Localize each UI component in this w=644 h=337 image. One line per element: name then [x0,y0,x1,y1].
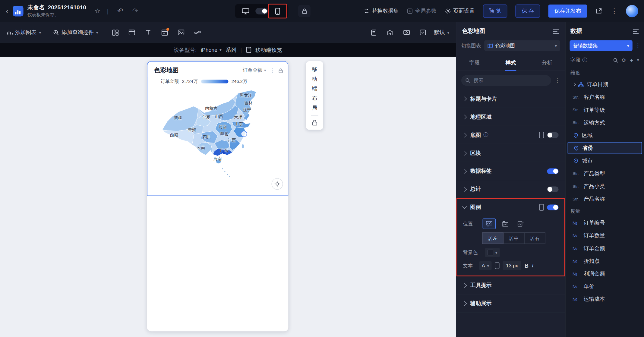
map-locate-button[interactable] [271,178,283,190]
text-tool-icon[interactable] [143,27,153,38]
align-left-button[interactable]: 居左 [482,232,504,244]
undo-icon[interactable]: ↶ [117,8,123,14]
field-search-icon[interactable] [613,58,618,62]
dimension-product-subtype[interactable]: Str. 产品小类 [568,180,642,192]
expand-icon[interactable] [572,82,576,86]
favorite-icon[interactable]: ☆ [94,8,100,14]
measure-order-amount[interactable]: № 订单金额 [568,242,642,254]
page-settings-button[interactable]: 页面设置 [445,8,475,15]
field-add-icon[interactable]: + [630,57,633,64]
shanghai-cluster-marker[interactable] [241,131,247,137]
add-query-control-button[interactable]: 添加查询控件 ▾ [53,29,98,36]
float-lock-icon[interactable] [312,119,317,125]
section-geo-area[interactable]: 地理区域 [456,108,565,126]
desktop-mode-button[interactable] [237,4,255,18]
tab-fields[interactable]: 字段 [456,55,492,71]
field-refresh-icon[interactable]: ⟳ [622,57,626,63]
mode-switch[interactable] [255,8,268,14]
dimension-product-name[interactable]: Str. 产品名称 [568,193,642,205]
data-label-toggle[interactable] [547,168,558,174]
align-right-button[interactable]: 居右 [524,232,545,244]
section-total[interactable]: 总计 [456,180,565,198]
dimension-region[interactable]: 区域 [568,129,642,141]
legend-pos-bottom-button[interactable] [483,219,496,229]
dimension-order-date[interactable]: 订单日期 [568,78,642,90]
measure-ship-cost[interactable]: № 运输成本 [568,293,642,305]
device-series[interactable]: 系列 [226,46,236,54]
field-sort-icon[interactable]: ▾ [637,58,639,62]
chart-type-dropdown[interactable]: 色彩地图 ▾ [484,40,560,51]
dataset-more-icon[interactable]: ⋮ [635,42,641,49]
card-more-icon[interactable]: ⋮ [270,67,275,74]
more-menu-icon[interactable]: ⋮ [611,7,618,15]
save-button[interactable]: 保 存 [516,5,540,18]
legend-toggle[interactable] [547,204,558,210]
preview-visibility-icon[interactable] [401,27,412,38]
card-metric-dropdown[interactable]: 订单金额 ▾ [243,67,266,74]
bg-color-dropdown[interactable]: ▾ [485,248,500,257]
mobile-layout-float-panel[interactable]: 移 动 端 布 局 [306,61,323,130]
dimension-product-type[interactable]: Str. 产品类型 [568,168,642,180]
mobile-preview-link[interactable]: 移动端预览 [255,46,282,54]
add-chart-button[interactable]: 添加图表 ▾ [7,29,41,36]
total-toggle[interactable] [547,186,558,192]
user-avatar[interactable] [626,5,638,17]
data-panel: 数据 营销数据集 ▾ ⋮ 字段 ⓘ ⟳ + ▾ 维度 [565,22,644,337]
font-size-input[interactable]: 13 px [503,261,521,270]
measure-profit[interactable]: № 利润金额 [568,268,642,280]
divider: | [107,8,109,14]
dimension-order-level[interactable]: Str. 订单等级 [568,104,642,116]
layout-lock-button[interactable] [298,5,311,17]
image-tool-icon[interactable] [176,27,186,38]
collapse-panel-icon[interactable] [553,29,560,34]
search-more-icon[interactable]: ⋮ [554,77,560,84]
theme-tool-icon[interactable] [385,27,395,38]
note-tool-icon[interactable] [368,27,379,38]
container-tool-icon[interactable] [159,27,170,38]
measure-order-id[interactable]: № 订单编号 [568,217,642,229]
mobile-mode-button[interactable] [269,4,287,18]
style-search-box[interactable] [461,75,551,86]
legend-pos-top-button[interactable] [499,219,511,229]
section-legend[interactable]: 图例 [456,198,565,216]
back-icon[interactable]: ‹ [6,7,8,15]
section-title-card[interactable]: 标题与卡片 [456,90,565,108]
section-basemap[interactable]: 底图 ⓘ [456,126,565,144]
align-center-button[interactable]: 居中 [503,232,525,244]
global-params-button[interactable]: 全局参数 [407,8,437,15]
theme-default-dropdown[interactable]: 默认 ▾ [434,29,449,36]
redo-icon[interactable]: ↷ [132,8,138,14]
layout-grid-icon[interactable] [110,27,121,38]
dimension-customer-name[interactable]: Str. 客户名称 [568,91,642,103]
measure-order-qty[interactable]: № 订单数量 [568,229,642,241]
measure-discount[interactable]: № 折扣点 [568,255,642,267]
measure-unit-price[interactable]: № 单价 [568,280,642,292]
dimension-ship-method[interactable]: Str. 运输方式 [568,117,642,129]
replace-dataset-button[interactable]: 替换数据集 [363,8,399,15]
dimension-province[interactable]: 省份 [568,142,642,154]
section-block[interactable]: 区块 [456,144,565,162]
device-model-value[interactable]: iPhone ▾ [201,47,222,53]
preview-button[interactable]: 预 览 [483,5,507,18]
color-map-card[interactable]: 色彩地图 订单金额 ▾ ⋮ 订单金额 [147,61,289,196]
font-color-dropdown[interactable]: A ▾ [479,261,492,270]
legend-pos-right-button[interactable] [515,219,527,229]
collapse-panel-icon[interactable] [633,29,639,34]
card-lock-icon[interactable] [279,68,283,73]
italic-button[interactable]: I [532,262,534,269]
link-tool-icon[interactable] [192,27,203,38]
save-publish-button[interactable]: 保存并发布 [548,5,587,18]
section-tooltip[interactable]: 工具提示 [456,276,565,294]
task-check-icon[interactable] [418,27,428,38]
dataset-dropdown[interactable]: 营销数据集 ▾ [570,40,632,51]
share-icon[interactable] [595,8,602,14]
tab-analysis[interactable]: 分析 [529,55,565,71]
dimension-city[interactable]: 城市 [568,155,642,167]
basemap-toggle[interactable] [547,132,558,138]
tab-layout-icon[interactable] [127,27,137,38]
section-data-label[interactable]: 数据标签 [456,162,565,180]
section-aux-display[interactable]: 辅助展示 [456,294,565,313]
style-search-input[interactable] [473,77,547,84]
bold-button[interactable]: B [525,263,529,269]
tab-style[interactable]: 样式 [493,55,529,71]
